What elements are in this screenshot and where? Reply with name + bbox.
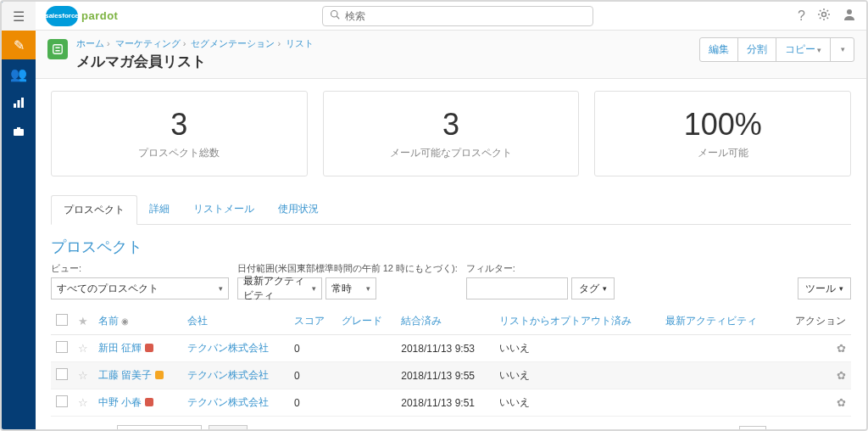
row-checkbox[interactable] — [56, 368, 68, 380]
stats-row: 3 プロスペクト総数 3 メール可能なプロスペクト 100% メール可能 — [51, 91, 851, 176]
company-link[interactable]: テクバン株式会社 — [187, 396, 269, 408]
chevron-down-icon: ▾ — [366, 284, 370, 293]
nav-edit-icon[interactable]: ✎ — [2, 31, 36, 59]
move-select[interactable]: ▾ — [117, 425, 202, 429]
tools-button[interactable]: ツール▾ — [798, 277, 851, 299]
nav-people-icon[interactable]: 👥 — [2, 59, 36, 88]
crumb-home[interactable]: ホーム — [76, 38, 104, 48]
stat-mailable-prospects: 3 メール可能なプロスペクト — [323, 91, 580, 176]
col-activity[interactable]: 最新アクティビティ — [660, 308, 779, 335]
col-grade[interactable]: グレード — [337, 308, 396, 335]
cell-activity — [660, 389, 779, 417]
chevron-down-icon: ▾ — [841, 45, 845, 53]
cell-combined: 2018/11/13 9:51 — [396, 389, 494, 417]
cell-grade — [337, 389, 396, 417]
star-header-icon: ★ — [78, 315, 88, 327]
col-name[interactable]: 名前 ◉ — [93, 308, 182, 335]
stat-value: 3 — [52, 107, 307, 143]
per-page-input[interactable] — [739, 426, 766, 429]
search-icon — [330, 9, 340, 22]
cell-optout: いいえ — [494, 335, 661, 362]
breadcrumb: ホーム› マーケティング› セグメンテーション› リスト — [76, 37, 691, 50]
star-icon[interactable]: ☆ — [78, 369, 88, 382]
date-label: 日付範囲(米国東部標準時間の午前 12 時にもとづく): — [237, 262, 458, 275]
copy-button[interactable]: コピー▾ — [776, 38, 831, 61]
tag-button[interactable]: タグ▾ — [571, 277, 615, 299]
company-link[interactable]: テクバン株式会社 — [187, 369, 269, 381]
table-row: ☆ 新田 征輝 テクバン株式会社 0 2018/11/13 9:53 いいえ ✿ — [51, 335, 851, 362]
table-footer: 0 件選択済み ▾ 移動 表示中 / 3 ページ 1 / 1 — [51, 425, 851, 429]
tab-usage[interactable]: 使用状況 — [266, 195, 331, 224]
prospect-name-link[interactable]: 中野 小春 — [98, 396, 142, 408]
chevron-down-icon: ▾ — [219, 284, 223, 293]
tab-detail[interactable]: 詳細 — [137, 195, 181, 224]
view-select[interactable]: すべてのプロスペクト▾ — [51, 277, 229, 299]
user-icon[interactable] — [843, 8, 856, 25]
search-input[interactable] — [345, 10, 586, 22]
svg-rect-9 — [53, 45, 63, 54]
edit-button[interactable]: 編集 — [700, 38, 738, 61]
section-title: プロスペクト — [51, 237, 851, 257]
col-combined[interactable]: 結合済み — [396, 308, 494, 335]
top-bar: salesforce pardot ? — [36, 2, 866, 31]
stat-total-prospects: 3 プロスペクト総数 — [51, 91, 308, 176]
nav-briefcase-icon[interactable] — [2, 117, 36, 146]
col-company[interactable]: 会社 — [182, 308, 289, 335]
svg-line-6 — [337, 16, 340, 19]
chevron-down-icon: ▾ — [312, 284, 316, 293]
showing-label: 表示中 — [702, 429, 732, 430]
select-all-checkbox[interactable] — [56, 314, 68, 326]
date-field-select[interactable]: 最新アクティビティ▾ — [237, 277, 322, 299]
cell-score: 0 — [289, 335, 337, 362]
svg-rect-2 — [21, 98, 24, 108]
prospect-name-link[interactable]: 新田 征輝 — [98, 342, 142, 354]
filter-input[interactable] — [466, 277, 568, 299]
svg-point-5 — [331, 11, 338, 18]
filter-label: フィルター: — [466, 262, 615, 275]
date-range-select[interactable]: 常時▾ — [326, 277, 376, 299]
header-actions: 編集 分割 コピー▾ ▾ — [699, 37, 854, 62]
crumb-marketing[interactable]: マーケティング — [115, 38, 181, 48]
row-action-icon[interactable]: ✿ — [837, 369, 846, 382]
move-button[interactable]: 移動 — [209, 425, 248, 429]
global-search[interactable] — [322, 6, 593, 26]
cell-activity — [660, 362, 779, 389]
col-optout[interactable]: リストからオプトアウト済み — [494, 308, 661, 335]
tab-list-email[interactable]: リストメール — [181, 195, 266, 224]
star-icon[interactable]: ☆ — [78, 342, 88, 355]
company-link[interactable]: テクバン株式会社 — [187, 342, 269, 354]
cell-activity — [660, 335, 779, 362]
person-badge-icon — [145, 344, 153, 352]
prospect-name-link[interactable]: 工藤 留美子 — [98, 369, 152, 381]
row-checkbox[interactable] — [56, 395, 68, 407]
menu-toggle-icon[interactable]: ☰ — [2, 2, 36, 31]
cell-grade — [337, 335, 396, 362]
sort-icon: ◉ — [121, 316, 129, 326]
more-actions-button[interactable]: ▾ — [831, 38, 854, 61]
person-badge-icon — [155, 371, 164, 379]
prospect-table: ★ 名前 ◉ 会社 スコア グレード 結合済み リストからオプトアウト済み 最新… — [51, 308, 851, 417]
settings-icon[interactable] — [817, 8, 831, 25]
star-icon[interactable]: ☆ — [78, 396, 88, 409]
svg-rect-3 — [14, 129, 24, 136]
tab-bar: プロスペクト 詳細 リストメール 使用状況 — [51, 195, 851, 225]
person-badge-icon — [145, 398, 153, 406]
split-button[interactable]: 分割 — [738, 38, 776, 61]
help-icon[interactable]: ? — [798, 8, 805, 24]
salesforce-cloud-icon: salesforce — [46, 6, 78, 26]
cell-optout: いいえ — [494, 362, 661, 389]
nav-chart-icon[interactable] — [2, 88, 36, 117]
crumb-list[interactable]: リスト — [286, 38, 314, 48]
view-label: ビュー: — [51, 262, 229, 275]
table-row: ☆ 中野 小春 テクバン株式会社 0 2018/11/13 9:51 いいえ ✿ — [51, 389, 851, 417]
row-action-icon[interactable]: ✿ — [837, 342, 846, 355]
svg-rect-0 — [14, 104, 16, 108]
col-score[interactable]: スコア — [289, 308, 337, 335]
stat-value: 3 — [324, 107, 579, 143]
row-action-icon[interactable]: ✿ — [837, 396, 846, 409]
row-checkbox[interactable] — [56, 341, 68, 353]
tab-prospect[interactable]: プロスペクト — [51, 195, 137, 225]
crumb-segmentation[interactable]: セグメンテーション — [191, 38, 275, 48]
page-header: ホーム› マーケティング› セグメンテーション› リスト メルマガ会員リスト 編… — [36, 31, 866, 79]
cell-combined: 2018/11/13 9:55 — [396, 362, 494, 389]
